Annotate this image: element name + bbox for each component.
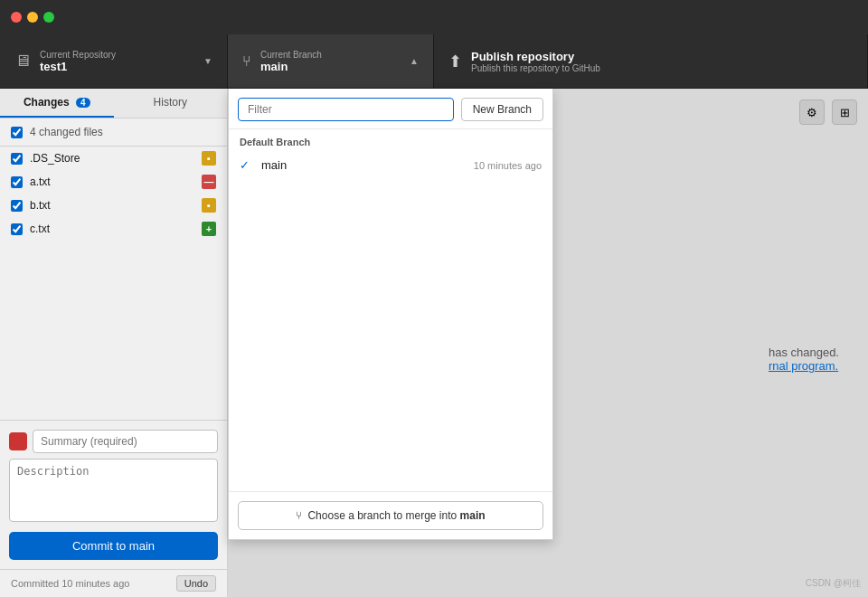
commit-button[interactable]: Commit to main xyxy=(9,532,218,560)
branch-dropdown-body: Default Branch ✓ main 10 minutes ago xyxy=(229,129,552,491)
file-item-c-txt[interactable]: c.txt + xyxy=(0,217,227,241)
branch-dropdown-footer: ⑂ Choose a branch to merge into main xyxy=(229,491,552,539)
expand-icon-button[interactable]: ⊞ xyxy=(832,100,857,125)
toolbar: 🖥 Current Repository test1 ▼ ⑂ Current B… xyxy=(0,34,868,89)
file-name-ds-store: .DS_Store xyxy=(30,152,194,165)
file-badge-c-txt: + xyxy=(202,222,216,236)
repo-name: test1 xyxy=(40,60,194,73)
traffic-lights xyxy=(11,12,54,23)
publish-icon: ⬆ xyxy=(448,52,462,71)
filter-input[interactable] xyxy=(238,98,454,121)
current-repo-section[interactable]: 🖥 Current Repository test1 ▼ xyxy=(0,34,228,88)
repo-text-group: Current Repository test1 xyxy=(40,50,194,73)
branch-item-name: main xyxy=(261,158,467,172)
publish-label: Publish repository xyxy=(471,50,853,63)
branch-chevron-icon: ▲ xyxy=(410,56,419,66)
repo-label: Current Repository xyxy=(40,50,194,60)
repo-icon: 🖥 xyxy=(14,52,31,71)
file-name-b-txt: b.txt xyxy=(30,199,194,212)
changes-badge: 4 xyxy=(76,98,90,108)
file-checkbox-b-txt[interactable] xyxy=(11,200,23,212)
current-branch-section[interactable]: ⑂ Current Branch main ▲ xyxy=(228,34,434,88)
publish-text-group: Publish repository Publish this reposito… xyxy=(471,50,853,73)
select-all-checkbox[interactable] xyxy=(11,127,23,138)
file-list: .DS_Store ▪ a.txt — b.txt ▪ c.txt + xyxy=(0,147,227,420)
tab-changes[interactable]: Changes 4 xyxy=(0,89,114,118)
merge-icon: ⑂ xyxy=(296,509,302,522)
commit-summary-input[interactable] xyxy=(33,430,218,453)
program-text: rnal program. xyxy=(769,359,839,373)
repo-chevron-icon: ▼ xyxy=(203,56,212,66)
main-layout: Changes 4 History 4 changed files .DS_St… xyxy=(0,89,868,597)
branch-name: main xyxy=(260,60,401,73)
commit-area: Commit to main xyxy=(0,420,227,569)
commit-avatar xyxy=(9,432,27,450)
sidebar: Changes 4 History 4 changed files .DS_St… xyxy=(0,89,228,597)
file-item-a-txt[interactable]: a.txt — xyxy=(0,170,227,194)
undo-button[interactable]: Undo xyxy=(176,575,216,592)
file-badge-b-txt: ▪ xyxy=(202,198,216,213)
footer-text: Committed 10 minutes ago xyxy=(11,578,129,589)
tab-history[interactable]: History xyxy=(114,89,228,118)
branch-item-main[interactable]: ✓ main 10 minutes ago xyxy=(229,151,552,179)
branch-dropdown-header: New Branch xyxy=(229,89,552,129)
file-badge-ds-store: ▪ xyxy=(202,151,216,166)
close-button[interactable] xyxy=(11,12,22,23)
file-checkbox-ds-store[interactable] xyxy=(11,153,23,165)
settings-icon-button[interactable]: ⚙ xyxy=(799,100,825,125)
commit-description-input[interactable] xyxy=(9,459,218,522)
file-badge-a-txt: — xyxy=(202,175,216,189)
title-bar xyxy=(0,0,868,34)
merge-button[interactable]: ⑂ Choose a branch to merge into main xyxy=(238,501,543,530)
sidebar-tabs: Changes 4 History xyxy=(0,89,227,118)
content-toolbar: ⚙ ⊞ xyxy=(799,100,857,125)
changed-files-count: 4 changed files xyxy=(30,126,103,138)
file-item-b-txt[interactable]: b.txt ▪ xyxy=(0,194,227,217)
branch-icon: ⑂ xyxy=(242,53,251,70)
content-text-block: has changed. rnal program. xyxy=(769,346,839,373)
file-checkbox-a-txt[interactable] xyxy=(11,176,23,188)
branch-item-time: 10 minutes ago xyxy=(474,160,542,171)
file-name-c-txt: c.txt xyxy=(30,223,194,235)
branch-text-group: Current Branch main xyxy=(260,50,401,73)
branch-check-icon: ✓ xyxy=(240,158,254,172)
merge-branch-name: main xyxy=(460,509,486,522)
branch-label: Current Branch xyxy=(260,50,401,60)
changed-files-header: 4 changed files xyxy=(0,118,227,147)
file-name-a-txt: a.txt xyxy=(30,175,194,188)
file-item-ds-store[interactable]: .DS_Store ▪ xyxy=(0,147,227,170)
file-checkbox-c-txt[interactable] xyxy=(11,223,23,235)
branch-section-label: Default Branch xyxy=(229,129,552,151)
new-branch-button[interactable]: New Branch xyxy=(461,98,543,121)
has-changed-text: has changed. xyxy=(769,346,839,359)
commit-summary-row xyxy=(9,430,218,453)
watermark: CSDN @柯佳 xyxy=(806,577,861,590)
maximize-button[interactable] xyxy=(43,12,54,23)
sidebar-footer: Committed 10 minutes ago Undo xyxy=(0,569,227,597)
minimize-button[interactable] xyxy=(27,12,38,23)
publish-repo-section[interactable]: ⬆ Publish repository Publish this reposi… xyxy=(434,34,868,88)
merge-button-text: Choose a branch to merge into main xyxy=(307,509,485,522)
publish-sub: Publish this repository to GitHub xyxy=(471,63,853,73)
branch-dropdown: New Branch Default Branch ✓ main 10 minu… xyxy=(228,89,553,540)
